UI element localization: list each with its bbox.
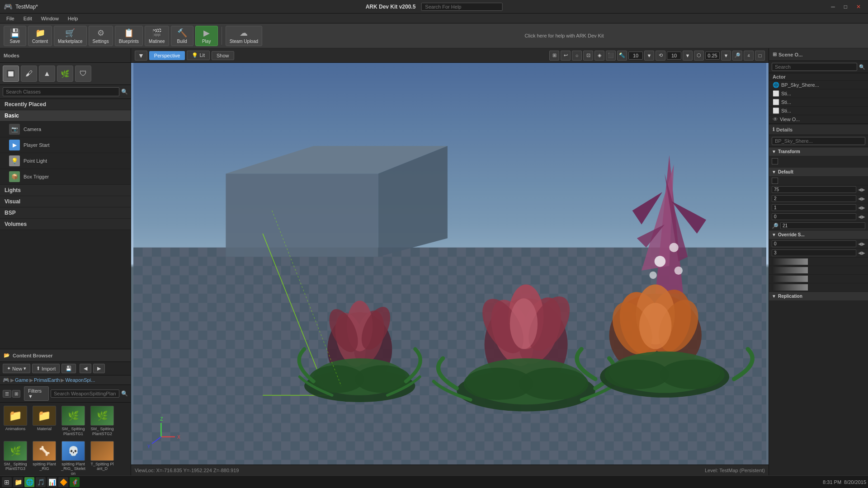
category-basic[interactable]: Basic: [0, 110, 131, 122]
transform-checkbox[interactable]: [772, 158, 778, 164]
cb-import-button[interactable]: ⬆ Import: [32, 364, 60, 373]
vp-ctrl-12[interactable]: ▼: [721, 51, 731, 61]
cb-save-all-button[interactable]: 💾: [61, 364, 76, 373]
transform-section[interactable]: ▼ Transform: [769, 147, 868, 156]
breadcrumb-game[interactable]: Game: [15, 377, 28, 383]
scale-val[interactable]: [780, 222, 865, 229]
build-button[interactable]: 🔨 Build: [171, 26, 193, 46]
minimize-btn[interactable]: ─: [827, 3, 839, 11]
scene-item-bp-sky[interactable]: 🌐 BP_Sky_Shere...: [769, 81, 868, 89]
color-swatch-4[interactable]: [772, 284, 808, 291]
breadcrumb-primalearth[interactable]: PrimalEarth: [34, 377, 60, 383]
cb-grid-view-button[interactable]: ⊞: [12, 390, 20, 398]
vp-ctrl-10[interactable]: ▼: [683, 51, 693, 61]
vp-maximize[interactable]: □: [755, 51, 765, 61]
category-volumes[interactable]: Volumes: [0, 219, 131, 230]
search-classes-input[interactable]: [3, 87, 119, 96]
menu-file[interactable]: File: [2, 15, 19, 22]
override-val-1[interactable]: [772, 240, 856, 247]
prop-val-2[interactable]: [772, 195, 856, 202]
category-recently-placed[interactable]: Recently Placed: [0, 99, 131, 110]
placement-item-box-trigger[interactable]: 📦 Box Trigger: [0, 169, 131, 185]
vp-ctrl-1[interactable]: ⊞: [549, 51, 559, 61]
file-explorer-btn[interactable]: 📁: [13, 477, 23, 487]
cb-forward-button[interactable]: ▶: [93, 364, 105, 373]
category-visual[interactable]: Visual: [0, 196, 131, 207]
cb-back-button[interactable]: ◀: [80, 364, 91, 373]
music-btn[interactable]: 🎵: [36, 477, 46, 487]
breadcrumb-weaponspi[interactable]: WeaponSpi...: [65, 377, 95, 383]
close-btn[interactable]: ✕: [853, 3, 864, 11]
vp-ctrl-6[interactable]: ⬛: [606, 51, 616, 61]
marketplace-button[interactable]: 🛒 Marketplace: [54, 26, 86, 46]
blueprints-button[interactable]: 📋 Blueprints: [115, 26, 143, 46]
prop-val-75[interactable]: [772, 186, 856, 193]
vp-ctrl-4[interactable]: ⊡: [583, 51, 593, 61]
ue4-btn[interactable]: 🦸: [70, 477, 80, 487]
placement-item-player-start[interactable]: ▶ Player Start: [0, 137, 131, 153]
category-bsp[interactable]: BSP: [0, 207, 131, 219]
color-swatch-1[interactable]: [772, 258, 808, 265]
menu-edit[interactable]: Edit: [19, 15, 37, 22]
settings-button[interactable]: ⚙ Settings: [89, 26, 113, 46]
lit-btn[interactable]: 💡 Lit: [187, 51, 210, 60]
prop-val-0[interactable]: [772, 213, 856, 220]
search-help-input[interactable]: [421, 3, 502, 11]
start-btn[interactable]: ⊞: [2, 477, 12, 487]
cb-filters-button[interactable]: Filters ▼: [24, 386, 49, 401]
cb-asset-spitting-skel[interactable]: 💀 spitting Plant_RIG_ Skeleton: [60, 440, 87, 477]
mode-placement[interactable]: 🔲: [3, 66, 19, 82]
mode-paint[interactable]: 🖌: [21, 66, 37, 82]
cb-new-button[interactable]: ✦ New ▾: [3, 364, 30, 373]
mode-geometry[interactable]: 🛡: [75, 66, 91, 82]
vp-ctrl-8[interactable]: ▼: [644, 51, 654, 61]
epic-btn[interactable]: 🔶: [58, 477, 68, 487]
steam-upload-button[interactable]: ☁ Steam Upload: [226, 26, 262, 46]
vp-ctrl-9[interactable]: ⟲: [656, 51, 665, 61]
default-section[interactable]: ▼ Default: [769, 168, 868, 177]
vp-ctrl-14[interactable]: 4: [744, 51, 754, 61]
category-lights[interactable]: Lights: [0, 185, 131, 196]
cb-search-input[interactable]: [51, 389, 119, 398]
color-swatch-2[interactable]: [772, 267, 808, 273]
chrome-btn[interactable]: 🌐: [24, 477, 34, 487]
mode-foliage[interactable]: 🌿: [57, 66, 73, 82]
viewport-canvas[interactable]: X Z Y: [131, 63, 769, 465]
cb-asset-sm1[interactable]: 🌿 SM_ Spitting PlantSTG1: [60, 404, 87, 438]
scene-item-sti2[interactable]: ⬜ Sti...: [769, 98, 868, 107]
menu-help[interactable]: Help: [63, 15, 83, 22]
replication-section[interactable]: ▼ Replication: [769, 292, 868, 301]
vp-ctrl-3[interactable]: ○: [572, 51, 582, 61]
cb-asset-t-plant-d[interactable]: T_Spitting Plant_D: [89, 440, 116, 477]
cb-asset-sm3[interactable]: 🌿 SM_ Spitting PlantSTG3: [2, 440, 29, 477]
scene-search-input[interactable]: [772, 63, 857, 71]
content-button[interactable]: 📁 Content: [28, 26, 52, 46]
placement-item-camera[interactable]: 📷 Camera: [0, 122, 131, 137]
prop-check-1[interactable]: [772, 178, 778, 184]
vp-ctrl-2[interactable]: ↩: [561, 51, 571, 61]
show-btn[interactable]: Show: [212, 51, 234, 60]
save-button[interactable]: 💾 Save: [4, 26, 26, 46]
prop-val-1[interactable]: [772, 204, 856, 211]
override-section[interactable]: ▼ Override S...: [769, 230, 868, 239]
vp-ctrl-7[interactable]: 🔦: [617, 51, 627, 61]
scale-input[interactable]: [705, 52, 720, 60]
viewport-nav-btn[interactable]: ▼: [135, 51, 147, 61]
perspective-btn[interactable]: Perspective: [149, 51, 185, 60]
vp-ctrl-13[interactable]: 🔎: [732, 51, 742, 61]
matinee-button[interactable]: 🎬 Matinee: [145, 26, 169, 46]
cb-asset-animations-folder[interactable]: 📁 Animations: [2, 404, 29, 438]
play-button[interactable]: ▶ Play: [195, 26, 218, 46]
cb-asset-spitting-rig[interactable]: 🦴 spitting Plant_RIG: [31, 440, 58, 477]
maximize-btn[interactable]: □: [840, 3, 851, 11]
scene-item-sti1[interactable]: ⬜ Sti...: [769, 89, 868, 98]
grid-snap-input-1[interactable]: [628, 52, 643, 60]
color-swatch-3[interactable]: [772, 276, 808, 282]
bp-value-field[interactable]: [772, 137, 865, 145]
override-val-2[interactable]: [772, 249, 856, 256]
cb-asset-material-folder[interactable]: 📁 Material: [31, 404, 58, 438]
scene-item-view-o[interactable]: 👁 View O...: [769, 115, 868, 124]
mode-landscape[interactable]: ▲: [39, 66, 55, 82]
placement-item-point-light[interactable]: 💡 Point Light: [0, 153, 131, 169]
scene-item-sti3[interactable]: ⬜ Sti...: [769, 107, 868, 115]
